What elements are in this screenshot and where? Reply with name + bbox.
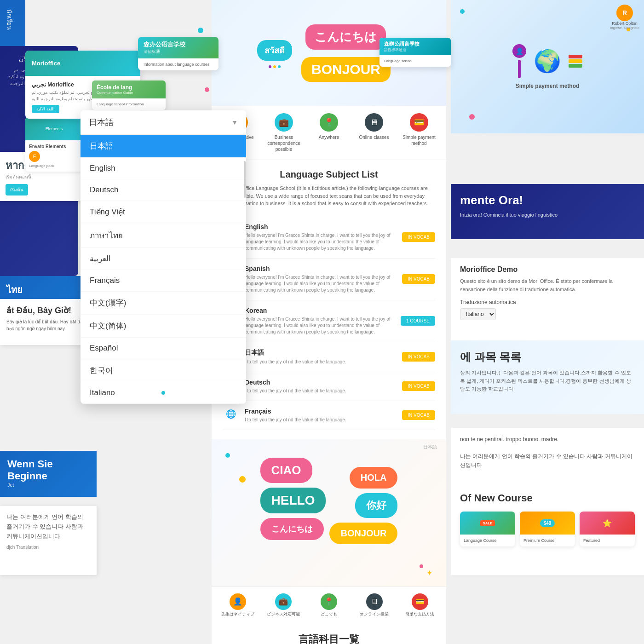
language-item-english: 🇬🇧 English Hello everyone! I'm Gracce Sh… <box>223 217 435 259</box>
bottom-feat-teacher: 👤 先生はネイティブ <box>219 593 256 617</box>
dropdown-item-japanese[interactable]: 日本語 <box>80 135 246 158</box>
dropdown-header[interactable]: 日本語 ▼ <box>80 110 246 135</box>
envato-sub: Language pack <box>29 164 79 168</box>
italian-text-1: non te ne pentirai. troppo buono. madre. <box>460 435 635 444</box>
section-title: Language Subject List <box>223 169 435 180</box>
dropdown-item-chinese-kanji[interactable]: 中文(漢字) <box>80 292 246 315</box>
ecole-card: École de lang Communication Guide Langua… <box>92 80 166 110</box>
features-row: 👤 Teacher native 💼 Business corresponden… <box>212 106 446 160</box>
bubble-ciao: CIAO <box>260 458 312 483</box>
lang5-btn[interactable]: IN VOCAB <box>402 381 435 391</box>
payment-icon: 💳 <box>410 113 428 132</box>
location-icon: 📍 <box>320 113 338 132</box>
section-desc: Mori Office Language School (It is a fic… <box>223 184 435 207</box>
italian-headline: mente Ora! <box>460 193 635 207</box>
dropdown-item-chinese-simplified[interactable]: 中文(简体) <box>80 315 246 338</box>
bottom-payment-label: 簡単な支払方法 <box>405 612 434 617</box>
korean-section-desc: 상의 기사입니다.）다음과 같은 언어 과목이 있습니다.스까지 활용할 수 있… <box>460 369 635 393</box>
feature-anywhere: 📍 Anywhere <box>308 113 350 140</box>
top-jp-banner: 森办公语言学校 清仙标通 <box>138 37 218 58</box>
lang6-btn[interactable]: IN VOCAB <box>402 410 435 420</box>
dropdown-item-thai[interactable]: ภาษาไทย <box>80 223 246 248</box>
dropdown-item-french[interactable]: Français <box>80 270 246 292</box>
course-card-3-body: Featured <box>580 535 635 546</box>
lang4-btn[interactable]: IN VOCAB <box>402 352 435 362</box>
bubble-konnichiwa-bottom: こんにちは <box>260 518 324 540</box>
left-korean-bottom: 나는 여러분에게 언어 학습의 즐거기가 수 있습니다 사람과 커뮤니케이션입니… <box>0 506 97 575</box>
korean-section-title: 에 과목 목록 <box>460 350 635 364</box>
dropdown-indicator-dot <box>161 391 165 395</box>
chevron-down-icon: ▼ <box>231 119 238 126</box>
left-viet-panel: ắt Đầu, Bây Giờ! Bây giờ là lúc để bắt đ… <box>0 299 92 345</box>
content-section: Language Subject List Mori Office Langua… <box>212 160 446 439</box>
thai-left-text: นักเรียน <box>0 0 19 39</box>
star-icon: ⭐ <box>603 519 612 528</box>
language-item-korean: 🇰🇷 Korean Hello everyone! I'm Gracce Shi… <box>223 300 435 342</box>
spanish-btn[interactable]: IN VOCAB <box>402 274 435 284</box>
mori-demo-desc: Questo sito è un sito demo da Mori Offic… <box>460 277 635 293</box>
bottom-feat-payment: 💳 簡単な支払方法 <box>402 593 438 617</box>
italian-text-2: 나는 여러분에게 언어 학습의 즐거기가 수 있습니다 사람과 커뮤니케이션입니… <box>460 452 635 470</box>
lang4-name: 日本語 <box>245 349 397 357</box>
right-italian-panel: mente Ora! Inizia ora! Comincia il tuo v… <box>451 184 644 239</box>
mori-demo-title: Morioffice Demo <box>460 265 635 274</box>
forest-title: 森辦公語言學校 <box>384 40 446 47</box>
left-djch: djch Translation <box>6 545 90 550</box>
lang5-desc: I to tell you the joy of nd the value of… <box>245 388 397 394</box>
course-card-1: SALE Language Course <box>460 512 515 546</box>
korean-desc: Hello everyone! I'm Gracce Shinta in cha… <box>245 316 395 335</box>
thai-btn[interactable]: เริ่มต้น <box>6 184 28 196</box>
lang6-desc: I to tell you the joy of nd the value of… <box>245 417 397 423</box>
left-german-panel: Wenn Sie Beginne Jet <box>0 451 97 497</box>
sparkle-icon: ✦ <box>426 569 432 577</box>
dropdown-item-vietnamese[interactable]: Tiếng Việt <box>80 201 246 223</box>
language-dropdown: 日本語 ▼ 日本語 English Deutsch Tiếng Việt ภาษ… <box>80 110 246 404</box>
top-jp-body: Information about language courses <box>138 58 218 70</box>
right-italian-text-panel: non te ne pentirai. troppo buono. madre.… <box>451 428 644 483</box>
english-btn[interactable]: IN VOCAB <box>402 232 435 242</box>
course-card-3-banner: ⭐ <box>580 512 635 535</box>
mori-banner-text: Morioffice <box>32 60 60 67</box>
forest-banner: 森辦公語言學校 語性標準通道 <box>380 38 451 55</box>
bottom-feat-business: 💼 ビジネス対応可能 <box>265 593 302 617</box>
bottom-anywhere-label: どこでも <box>321 612 337 617</box>
mori-card-btn[interactable]: اللغة الآلية <box>32 105 59 113</box>
person-body-1 <box>518 60 521 78</box>
jp-label: 日本語 <box>423 444 437 450</box>
feature-online-label: Online classes <box>359 134 389 140</box>
envato-logo: Envato Elements <box>29 144 79 149</box>
left-thai-title: ไทย <box>6 282 74 297</box>
bottom-business-label: ビジネス対応可能 <box>267 612 300 617</box>
dropdown-item-arabic[interactable]: العربية <box>80 248 246 270</box>
lang4-desc: I to tell you the joy of nd the value of… <box>245 359 397 365</box>
dropdown-item-english[interactable]: English <box>80 158 246 179</box>
envato-card: Elements Envato Elements E Language pack <box>25 117 83 172</box>
bubble-bonjour-bottom: BONJOUR <box>329 523 397 544</box>
language-item-spanish: 🇲🇽 Spanish Hello everyone! I'm Gracce Sh… <box>223 259 435 300</box>
dropdown-item-spanish[interactable]: Español <box>80 338 246 359</box>
feature-business: 💼 Business correspondence possible <box>263 113 305 152</box>
korean-btn[interactable]: 1 COURSE <box>401 316 435 326</box>
german-title: Wenn Sie Beginne <box>7 458 89 482</box>
right-course-panel: Of New Course SALE Language Course $49 P… <box>451 483 644 575</box>
dropdown-item-korean[interactable]: 한국어 <box>80 359 246 382</box>
thai-sub: เริ่มต้นตอนนี้ <box>6 173 77 180</box>
bubble-nihao: 你好 <box>355 493 397 518</box>
english-desc: Hello everyone! I'm Gracce Shinta in cha… <box>245 232 397 252</box>
envato-avatar: E <box>29 151 40 162</box>
dropdown-selected-value: 日本語 <box>89 117 114 128</box>
person-icon-1: 👤 <box>512 44 526 58</box>
spanish-name: Spanish <box>245 265 397 272</box>
bubble-hola: HOLA <box>350 467 398 489</box>
course-card-2: $49 Premium Course <box>520 512 575 546</box>
speech-bubble-grid: CIAO HELLO こんにちは HOLA 你好 BONJOUR <box>221 453 437 549</box>
scrollbar-track[interactable] <box>244 161 246 198</box>
traduzione-select[interactable]: Italiano English <box>460 308 496 320</box>
bottom-features-row: 👤 先生はネイティブ 💼 ビジネス対応可能 📍 どこでも 🖥 オンライン授業 💳… <box>212 586 446 624</box>
bottom-business-icon: 💼 <box>275 593 292 610</box>
korean-name: Korean <box>245 307 395 314</box>
course-cards: SALE Language Course $49 Premium Course … <box>460 512 635 546</box>
forest-card: 森辦公語言學校 語性標準通道 Language school <box>380 38 451 67</box>
dropdown-item-deutsch[interactable]: Deutsch <box>80 179 246 201</box>
forest-sub: 語性標準通道 <box>384 47 446 52</box>
